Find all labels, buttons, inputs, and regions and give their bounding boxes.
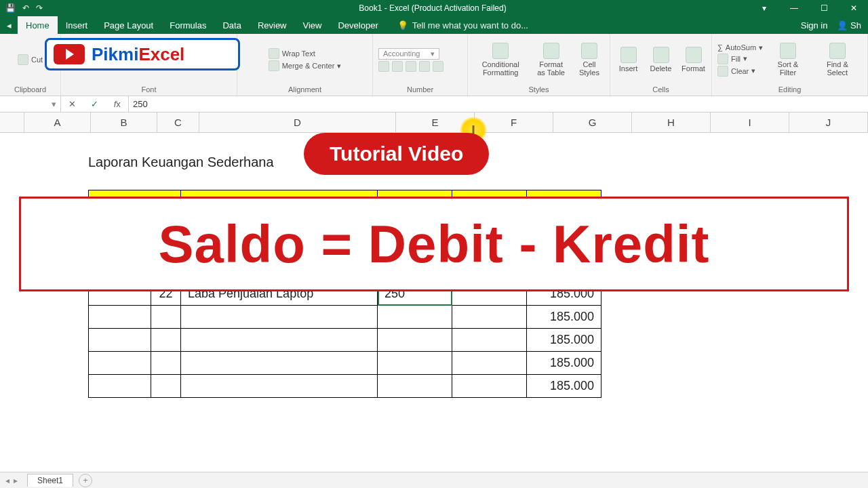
col-C[interactable]: C (157, 113, 199, 132)
select-all-corner[interactable] (0, 113, 24, 132)
name-box[interactable]: ▾ (0, 96, 61, 112)
decrease-decimal-icon[interactable] (433, 61, 443, 72)
sheet-tab-bar: ◂ ▸ Sheet1 + (0, 472, 868, 488)
save-icon[interactable]: 💾 (5, 3, 16, 13)
cell-styles-button[interactable]: Cell Styles (574, 41, 604, 78)
format-as-table-icon (543, 43, 559, 59)
window-title: Book1 - Excel (Product Activation Failed… (115, 3, 750, 13)
close-icon[interactable]: ✕ (840, 3, 868, 13)
table-row: 185.000 (89, 352, 601, 375)
group-font-label: Font (61, 85, 237, 96)
fx-icon[interactable]: fx (114, 99, 121, 109)
number-format-select[interactable]: Accounting▾ (378, 48, 439, 60)
insert-cells-button[interactable]: Insert (614, 45, 644, 74)
col-G[interactable]: G (553, 113, 632, 132)
fill-icon (717, 54, 728, 64)
delete-cells-icon (653, 47, 669, 63)
quick-access-toolbar: 💾 ↶ ↷ (0, 3, 115, 13)
group-number-label: Number (373, 85, 467, 96)
tab-formulas[interactable]: Formulas (161, 16, 214, 34)
sheet-tab-1[interactable]: Sheet1 (27, 474, 73, 487)
formula-callout: Saldo = Debit - Kredit (19, 197, 849, 291)
scissors-icon (18, 54, 28, 65)
col-J[interactable]: J (789, 113, 868, 132)
tab-view[interactable]: View (295, 16, 330, 34)
percent-icon[interactable] (392, 61, 403, 72)
undo-icon[interactable]: ↶ (22, 3, 29, 13)
col-D[interactable]: D (199, 113, 396, 132)
tab-page-layout[interactable]: Page Layout (96, 16, 161, 34)
col-I[interactable]: I (711, 113, 789, 132)
title-bar: 💾 ↶ ↷ Book1 - Excel (Product Activation … (0, 0, 868, 16)
tab-home[interactable]: Home (18, 16, 58, 34)
merge-center-button[interactable]: Merge & Center ▾ (269, 60, 342, 71)
tab-developer[interactable]: Developer (330, 16, 386, 34)
window-controls: ▾ — ☐ ✕ (750, 3, 868, 13)
tell-me-input[interactable]: 💡 Tell me what you want to do... (387, 16, 794, 34)
sort-filter-icon (780, 43, 796, 59)
col-B[interactable]: B (91, 113, 157, 132)
sign-in-link[interactable]: Sign in (801, 20, 828, 30)
table-row: 185.000 (89, 329, 601, 352)
insert-cells-icon (620, 47, 637, 63)
formula-text: Saldo = Debit - Kredit (159, 214, 710, 275)
group-clipboard-label: Clipboard (0, 85, 60, 96)
sheet-prev-icon[interactable]: ◂ (5, 476, 9, 485)
format-as-table-button[interactable]: Format as Table (530, 41, 572, 78)
format-cells-icon (686, 47, 702, 63)
conditional-formatting-icon (492, 43, 509, 59)
col-A[interactable]: A (24, 113, 91, 132)
cancel-entry-icon[interactable]: ✕ (68, 99, 76, 109)
fill-button[interactable]: Fill ▾ (717, 54, 747, 64)
ribbon-tabs: ◂ Home Insert Page Layout Formulas Data … (0, 16, 868, 34)
lightbulb-icon: 💡 (397, 20, 408, 30)
table-row: 185.000 (89, 306, 601, 329)
merge-icon (269, 60, 279, 71)
youtube-play-icon (54, 44, 85, 64)
group-cells-label: Cells (610, 85, 711, 96)
ribbon-options-icon[interactable]: ▾ (750, 3, 778, 13)
find-select-icon (829, 43, 846, 59)
find-select-button[interactable]: Find & Select (813, 41, 862, 78)
group-editing-label: Editing (712, 85, 867, 96)
maximize-icon[interactable]: ☐ (810, 3, 838, 13)
tutorial-video-badge: Tutorial Video (304, 133, 489, 175)
col-H[interactable]: H (632, 113, 711, 132)
tab-data[interactable]: Data (214, 16, 249, 34)
worksheet-area[interactable]: I Laporan Keuangan Sederhana Tanggal Tra… (0, 133, 868, 472)
cut-button[interactable]: Cut (18, 54, 43, 65)
wrap-text-icon (269, 48, 279, 59)
minimize-icon[interactable]: — (780, 3, 808, 13)
share-button[interactable]: 👤 Sh (837, 20, 861, 30)
increase-decimal-icon[interactable] (419, 61, 430, 72)
report-title: Laporan Keuangan Sederhana (88, 155, 274, 170)
clear-icon (717, 66, 728, 77)
file-tab-arrow-icon[interactable]: ◂ (0, 16, 18, 34)
channel-logo: PikmiExcel (45, 38, 240, 70)
formula-bar: ▾ ✕ ✓ fx 250 (0, 96, 868, 113)
column-header-row: A B C D E F G H I J (0, 113, 868, 133)
table-row: 185.000 (89, 375, 601, 398)
group-alignment-label: Alignment (237, 85, 372, 96)
conditional-formatting-button[interactable]: Conditional Formatting (473, 41, 528, 78)
tab-insert[interactable]: Insert (58, 16, 96, 34)
cell-styles-icon (581, 43, 597, 59)
tab-review[interactable]: Review (250, 16, 295, 34)
formula-input[interactable]: 250 (129, 96, 868, 112)
sort-filter-button[interactable]: Sort & Filter (766, 41, 810, 78)
redo-icon[interactable]: ↷ (36, 3, 43, 13)
currency-icon[interactable] (378, 61, 389, 72)
delete-cells-button[interactable]: Delete (646, 45, 676, 74)
clear-button[interactable]: Clear ▾ (717, 66, 755, 77)
sheet-next-icon[interactable]: ▸ (14, 476, 18, 485)
autosum-button[interactable]: ∑ AutoSum ▾ (717, 43, 763, 52)
comma-icon[interactable] (406, 61, 416, 72)
format-cells-button[interactable]: Format (679, 45, 709, 74)
enter-entry-icon[interactable]: ✓ (91, 99, 98, 109)
group-styles-label: Styles (468, 85, 610, 96)
wrap-text-button[interactable]: Wrap Text (269, 48, 315, 59)
new-sheet-button[interactable]: + (79, 474, 92, 487)
